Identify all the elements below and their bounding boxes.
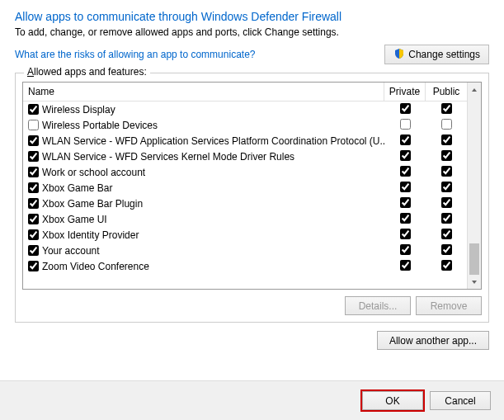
column-header-public[interactable]: Public <box>426 83 467 101</box>
row-name-label: Wireless Portable Devices <box>42 120 158 131</box>
row-public-checkbox[interactable] <box>441 213 452 224</box>
row-enable-checkbox[interactable] <box>28 104 39 115</box>
row-name-label: Xbox Game Bar <box>42 182 112 194</box>
column-header-private[interactable]: Private <box>384 83 426 101</box>
table-row[interactable]: Wireless Display <box>23 101 467 117</box>
row-enable-checkbox[interactable] <box>28 135 39 146</box>
row-public-checkbox[interactable] <box>441 260 452 271</box>
row-public-checkbox[interactable] <box>441 150 452 161</box>
row-public-checkbox[interactable] <box>441 119 452 130</box>
row-name-label: Xbox Identity Provider <box>42 229 139 241</box>
change-settings-label: Change settings <box>408 49 480 60</box>
remove-button[interactable]: Remove <box>416 296 482 315</box>
row-public-checkbox[interactable] <box>441 197 452 208</box>
scroll-up-button[interactable] <box>468 83 481 97</box>
page-description: To add, change, or remove allowed apps a… <box>15 26 489 38</box>
row-enable-checkbox[interactable] <box>28 261 39 271</box>
row-name-label: Work or school account <box>42 167 145 178</box>
row-enable-checkbox[interactable] <box>28 198 39 209</box>
row-public-checkbox[interactable] <box>441 166 452 177</box>
row-enable-checkbox[interactable] <box>28 245 39 256</box>
row-public-checkbox[interactable] <box>441 244 452 255</box>
group-title: Allowed apps and features: <box>24 66 150 78</box>
row-name-label: Wireless Display <box>42 104 115 116</box>
row-private-checkbox[interactable] <box>400 166 411 177</box>
row-public-checkbox[interactable] <box>441 229 452 239</box>
allow-another-app-button[interactable]: Allow another app... <box>377 331 489 350</box>
row-private-checkbox[interactable] <box>400 213 411 224</box>
row-enable-checkbox[interactable] <box>28 120 39 130</box>
row-name-label: Zoom Video Conference <box>42 261 149 272</box>
scroll-down-button[interactable] <box>468 275 481 289</box>
table-row[interactable]: Zoom Video Conference <box>23 258 467 274</box>
cancel-button[interactable]: Cancel <box>430 391 491 410</box>
details-button[interactable]: Details... <box>345 296 411 315</box>
table-row[interactable]: Work or school account <box>23 164 467 180</box>
row-enable-checkbox[interactable] <box>28 167 39 177</box>
scroll-thumb[interactable] <box>469 243 479 275</box>
table-row[interactable]: Xbox Identity Provider <box>23 227 467 243</box>
row-name-label: Xbox Game Bar Plugin <box>42 198 143 210</box>
change-settings-button[interactable]: Change settings <box>384 45 489 64</box>
table-row[interactable]: Wireless Portable Devices <box>23 117 467 133</box>
row-name-label: Your account <box>42 245 100 257</box>
apps-list: Name Private Public Wireless DisplayWire… <box>22 82 482 290</box>
table-row[interactable]: Your account <box>23 243 467 258</box>
row-enable-checkbox[interactable] <box>28 214 39 224</box>
row-public-checkbox[interactable] <box>441 103 452 114</box>
row-private-checkbox[interactable] <box>400 260 411 271</box>
table-row[interactable]: WLAN Service - WFD Services Kernel Mode … <box>23 149 467 164</box>
allowed-apps-group: Allowed apps and features: Name Private … <box>15 73 489 323</box>
risks-link[interactable]: What are the risks of allowing an app to… <box>15 49 255 60</box>
row-name-label: WLAN Service - WFD Application Services … <box>42 135 384 147</box>
row-public-checkbox[interactable] <box>441 182 452 192</box>
page-title: Allow apps to communicate through Window… <box>15 10 489 23</box>
row-enable-checkbox[interactable] <box>28 229 39 240</box>
row-private-checkbox[interactable] <box>400 103 411 114</box>
ok-button[interactable]: OK <box>362 391 423 410</box>
row-private-checkbox[interactable] <box>400 244 411 255</box>
row-private-checkbox[interactable] <box>400 197 411 208</box>
row-private-checkbox[interactable] <box>400 150 411 161</box>
row-private-checkbox[interactable] <box>400 229 411 239</box>
row-name-label: Xbox Game UI <box>42 214 107 225</box>
row-private-checkbox[interactable] <box>400 119 411 130</box>
row-private-checkbox[interactable] <box>400 182 411 192</box>
scrollbar[interactable] <box>467 83 481 289</box>
row-enable-checkbox[interactable] <box>28 182 39 193</box>
table-row[interactable]: Xbox Game Bar <box>23 180 467 196</box>
row-public-checkbox[interactable] <box>441 134 452 145</box>
row-private-checkbox[interactable] <box>400 134 411 145</box>
table-row[interactable]: WLAN Service - WFD Application Services … <box>23 133 467 149</box>
row-enable-checkbox[interactable] <box>28 151 39 162</box>
scroll-track[interactable] <box>468 97 481 275</box>
row-name-label: WLAN Service - WFD Services Kernel Mode … <box>42 151 294 163</box>
column-header-name[interactable]: Name <box>23 83 384 101</box>
table-row[interactable]: Xbox Game Bar Plugin <box>23 196 467 211</box>
table-row[interactable]: Xbox Game UI <box>23 211 467 227</box>
dialog-footer: OK Cancel <box>0 380 504 420</box>
shield-icon <box>393 48 405 62</box>
